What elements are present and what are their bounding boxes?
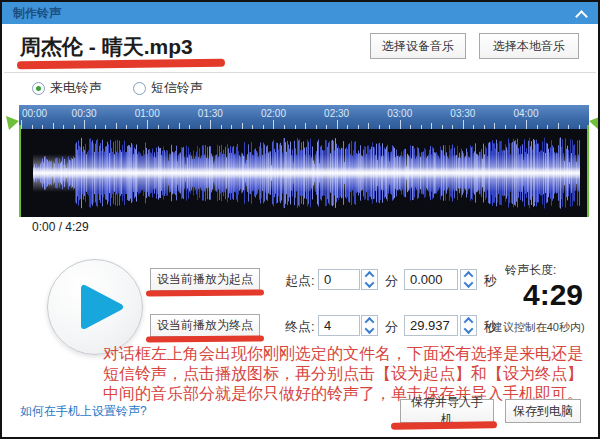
save-to-phone-button[interactable]: 保存并导入手机 xyxy=(400,399,494,423)
end-minutes-stepper[interactable] xyxy=(361,315,378,336)
help-link[interactable]: 如何在手机上设置铃声? xyxy=(20,403,147,420)
red-marker-save-phone xyxy=(391,421,497,429)
ruler-label: 01:30 xyxy=(198,108,223,119)
radio-sms-ringtone[interactable]: 短信铃声 xyxy=(133,79,203,97)
end-minutes-field[interactable]: 4 xyxy=(318,315,360,336)
selection-start-line[interactable] xyxy=(19,125,21,217)
annotation-line: 短信铃声，点击播放图标，再分别点击【设为起点】和【设为终点】 xyxy=(86,364,600,384)
annotation-text: 对话框左上角会出现你刚刚选定的文件名，下面还有选择是来电还是 短信铃声，点击播放… xyxy=(86,344,600,404)
ruler-tick xyxy=(84,120,85,129)
start-minutes-field[interactable]: 0 xyxy=(318,269,360,290)
end-minute-unit: 分 xyxy=(385,318,398,336)
start-point-label: 起点: xyxy=(285,272,315,290)
ruler-tick xyxy=(210,120,211,129)
ruler-label: 02:00 xyxy=(261,108,286,119)
set-end-point-button[interactable]: 设当前播放为终点 xyxy=(150,314,260,337)
dialog-title: 制作铃声 xyxy=(13,2,61,24)
set-start-point-button[interactable]: 设当前播放为起点 xyxy=(150,268,260,291)
playback-position-label: 0:00 / 4:29 xyxy=(32,220,89,234)
ruler-label: 00:30 xyxy=(72,108,97,119)
make-ringtone-dialog: 制作铃声 周杰伦 - 晴天.mp3 选择设备音乐 选择本地音乐 来电铃声 短信铃… xyxy=(0,0,600,439)
ruler-tick xyxy=(273,120,274,129)
ruler-tick xyxy=(526,120,527,129)
selection-end-line[interactable] xyxy=(587,125,589,217)
spin-down-icon[interactable] xyxy=(464,278,474,288)
ruler-label: 03:00 xyxy=(387,108,412,119)
ruler-label: 03:30 xyxy=(450,108,475,119)
select-device-music-button[interactable]: 选择设备音乐 xyxy=(370,33,466,59)
title-bar: 制作铃声 xyxy=(2,2,598,24)
ruler-tick xyxy=(21,120,22,129)
end-point-label: 终点: xyxy=(285,318,315,336)
spin-down-icon[interactable] xyxy=(464,324,474,334)
ringtone-length-hint: (建议控制在40秒内) xyxy=(488,320,585,335)
red-marker-set-end xyxy=(146,335,264,342)
start-minute-unit: 分 xyxy=(385,272,398,290)
annotation-line: 对话框左上角会出现你刚刚选定的文件名，下面还有选择是来电还是 xyxy=(86,344,600,364)
spin-down-icon[interactable] xyxy=(365,324,375,334)
ringtone-length-value: 4:29 xyxy=(510,278,596,312)
start-minutes-stepper[interactable] xyxy=(361,269,378,290)
red-marker-set-start xyxy=(146,289,264,296)
ringtone-length-label: 铃声长度: xyxy=(505,262,556,279)
start-seconds-field[interactable]: 0.000 xyxy=(404,269,458,290)
waveform-panel: 00:0000:3001:0001:3002:0002:3003:0003:30… xyxy=(19,105,589,217)
play-button[interactable] xyxy=(47,259,143,355)
red-marker-song-title xyxy=(17,59,225,70)
header-divider xyxy=(4,72,596,73)
spin-down-icon[interactable] xyxy=(365,278,375,288)
ruler-label: 04:00 xyxy=(513,108,538,119)
end-seconds-field[interactable]: 29.937 xyxy=(404,315,458,336)
ruler-label: 00:00 xyxy=(22,108,47,119)
end-seconds-stepper[interactable] xyxy=(460,315,477,336)
ruler-tick xyxy=(400,120,401,129)
song-title: 周杰伦 - 晴天.mp3 xyxy=(20,33,193,61)
selection-end-handle-icon[interactable] xyxy=(588,115,600,131)
radio-call-label: 来电铃声 xyxy=(50,79,102,97)
radio-sms-label: 短信铃声 xyxy=(151,79,203,97)
collapse-chevron-icon[interactable] xyxy=(575,10,588,23)
ruler-tick xyxy=(337,120,338,129)
radio-selected-icon xyxy=(32,82,45,95)
start-seconds-stepper[interactable] xyxy=(460,269,477,290)
ruler-label: 02:30 xyxy=(324,108,349,119)
selection-start-handle-icon[interactable] xyxy=(4,115,20,131)
radio-unselected-icon xyxy=(133,82,146,95)
ruler[interactable]: 00:0000:3001:0001:3002:0002:3003:0003:30… xyxy=(19,105,589,129)
save-to-pc-button[interactable]: 保存到电脑 xyxy=(505,399,581,423)
play-triangle-icon xyxy=(48,260,142,354)
radio-call-ringtone[interactable]: 来电铃声 xyxy=(32,79,102,97)
ruler-tick xyxy=(463,120,464,129)
waveform-canvas[interactable] xyxy=(19,129,589,217)
select-local-music-button[interactable]: 选择本地音乐 xyxy=(479,33,579,59)
start-second-unit: 秒 xyxy=(484,272,497,290)
ruler-tick xyxy=(147,120,148,129)
ruler-label: 01:00 xyxy=(135,108,160,119)
